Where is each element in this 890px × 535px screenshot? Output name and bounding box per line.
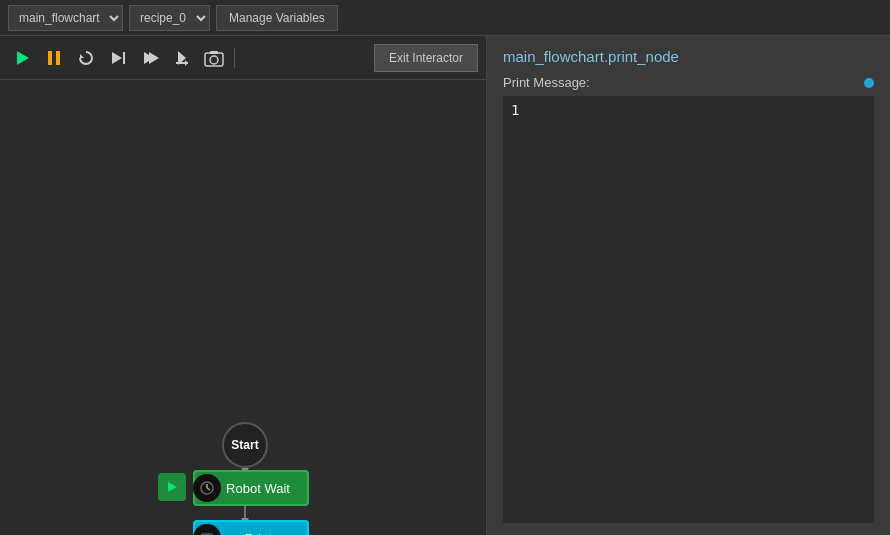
svg-marker-0 — [17, 51, 29, 65]
svg-marker-9 — [185, 60, 188, 66]
step-over-button[interactable] — [136, 44, 164, 72]
print-message-indicator — [864, 78, 874, 88]
print-message-label: Print Message: — [503, 75, 590, 90]
flowchart-select[interactable]: main_flowchart — [8, 5, 123, 31]
svg-rect-12 — [210, 51, 218, 54]
print-label: Print — [245, 531, 272, 536]
main-content: Exit Interactor Start — [0, 36, 890, 535]
svg-marker-4 — [112, 52, 122, 64]
panel-title: main_flowchart.print_node — [503, 48, 874, 65]
toolbar: Exit Interactor — [0, 36, 486, 80]
recipe-select[interactable]: recipe_0 — [129, 5, 210, 31]
svg-marker-3 — [80, 54, 84, 58]
robot-wait-node[interactable]: Robot Wait — [193, 470, 309, 506]
refresh-button[interactable] — [72, 44, 100, 72]
toolbar-separator — [234, 48, 235, 68]
start-label: Start — [231, 438, 258, 452]
print-message-row: Print Message: — [503, 75, 874, 90]
play-button[interactable] — [8, 44, 36, 72]
pause-button[interactable] — [40, 44, 68, 72]
run-robot-wait-button[interactable] — [158, 473, 186, 501]
print-message-input[interactable]: 1 — [503, 96, 874, 523]
flowchart-canvas: Start Robot Wait — [0, 80, 486, 535]
step-into-button[interactable] — [168, 44, 196, 72]
right-panel: main_flowchart.print_node Print Message:… — [487, 36, 890, 535]
start-node[interactable]: Start — [222, 422, 268, 468]
svg-point-11 — [210, 56, 218, 64]
step-button[interactable] — [104, 44, 132, 72]
svg-rect-5 — [123, 52, 125, 64]
print-icon — [193, 524, 221, 535]
manage-variables-button[interactable]: Manage Variables — [216, 5, 338, 31]
svg-line-23 — [207, 488, 210, 490]
robot-wait-label: Robot Wait — [226, 481, 290, 496]
svg-rect-1 — [48, 51, 52, 65]
exit-interactor-button[interactable]: Exit Interactor — [374, 44, 478, 72]
print-node[interactable]: Print — [193, 520, 309, 535]
top-bar: main_flowchart recipe_0 Manage Variables — [0, 0, 890, 36]
robot-wait-icon — [193, 474, 221, 502]
svg-marker-20 — [168, 482, 177, 492]
snapshot-button[interactable] — [200, 44, 228, 72]
left-panel: Exit Interactor Start — [0, 36, 487, 535]
svg-rect-2 — [56, 51, 60, 65]
svg-marker-7 — [149, 52, 159, 64]
